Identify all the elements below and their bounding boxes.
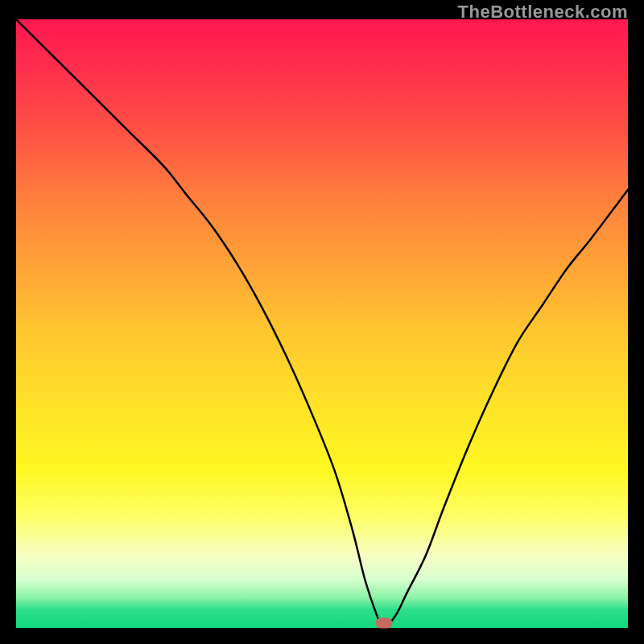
chart-plot-area: [16, 19, 628, 628]
chart-background-gradient: [16, 19, 628, 628]
watermark-text: TheBottleneck.com: [458, 2, 628, 23]
optimal-point-marker: [376, 618, 393, 629]
